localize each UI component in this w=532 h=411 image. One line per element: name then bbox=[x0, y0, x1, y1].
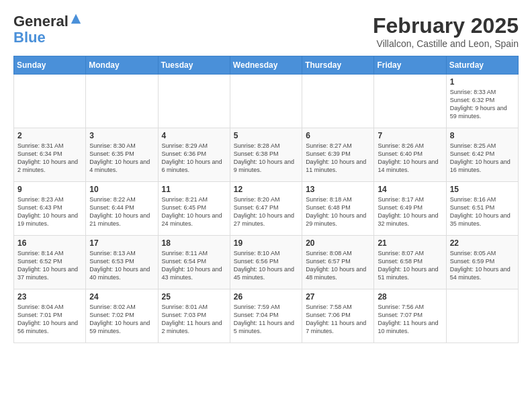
calendar-cell: 18Sunrise: 8:11 AM Sunset: 6:54 PM Dayli… bbox=[158, 236, 230, 289]
day-number: 6 bbox=[306, 131, 370, 140]
calendar-cell: 5Sunrise: 8:28 AM Sunset: 6:38 PM Daylig… bbox=[230, 128, 302, 182]
weekday-header-thursday: Thursday bbox=[302, 56, 374, 75]
calendar-cell: 25Sunrise: 8:01 AM Sunset: 7:03 PM Dayli… bbox=[158, 289, 230, 343]
calendar-cell: 16Sunrise: 8:14 AM Sunset: 6:52 PM Dayli… bbox=[14, 236, 86, 289]
day-number: 12 bbox=[234, 185, 298, 194]
day-info: Sunrise: 8:04 AM Sunset: 7:01 PM Dayligh… bbox=[17, 303, 82, 336]
calendar-cell: 2Sunrise: 8:31 AM Sunset: 6:34 PM Daylig… bbox=[14, 128, 86, 182]
day-info: Sunrise: 7:59 AM Sunset: 7:04 PM Dayligh… bbox=[234, 303, 298, 336]
calendar-week-row: 16Sunrise: 8:14 AM Sunset: 6:52 PM Dayli… bbox=[14, 236, 519, 289]
day-info: Sunrise: 8:16 AM Sunset: 6:51 PM Dayligh… bbox=[450, 195, 515, 228]
svg-marker-0 bbox=[71, 14, 81, 24]
day-info: Sunrise: 8:26 AM Sunset: 6:40 PM Dayligh… bbox=[378, 142, 442, 175]
day-number: 21 bbox=[378, 238, 442, 248]
day-info: Sunrise: 8:27 AM Sunset: 6:39 PM Dayligh… bbox=[306, 142, 370, 175]
day-number: 14 bbox=[378, 185, 442, 194]
day-info: Sunrise: 8:17 AM Sunset: 6:49 PM Dayligh… bbox=[378, 195, 442, 228]
logo-icon bbox=[70, 13, 82, 25]
calendar-cell: 8Sunrise: 8:25 AM Sunset: 6:42 PM Daylig… bbox=[446, 128, 518, 182]
day-info: Sunrise: 8:14 AM Sunset: 6:52 PM Dayligh… bbox=[17, 249, 82, 282]
day-info: Sunrise: 8:11 AM Sunset: 6:54 PM Dayligh… bbox=[162, 249, 226, 282]
weekday-header-wednesday: Wednesday bbox=[230, 56, 302, 75]
day-info: Sunrise: 8:30 AM Sunset: 6:35 PM Dayligh… bbox=[89, 142, 154, 175]
day-info: Sunrise: 8:07 AM Sunset: 6:58 PM Dayligh… bbox=[378, 249, 442, 282]
month-title: February 2025 bbox=[373, 13, 519, 38]
calendar-cell: 19Sunrise: 8:10 AM Sunset: 6:56 PM Dayli… bbox=[230, 236, 302, 289]
weekday-header-tuesday: Tuesday bbox=[158, 56, 230, 75]
day-info: Sunrise: 8:08 AM Sunset: 6:57 PM Dayligh… bbox=[306, 249, 370, 282]
day-number: 18 bbox=[162, 238, 226, 248]
day-info: Sunrise: 7:58 AM Sunset: 7:06 PM Dayligh… bbox=[306, 303, 370, 336]
day-number: 13 bbox=[306, 185, 370, 194]
day-number: 9 bbox=[17, 185, 82, 194]
day-number: 26 bbox=[234, 292, 298, 302]
day-number: 8 bbox=[450, 131, 515, 140]
day-number: 24 bbox=[89, 292, 154, 302]
calendar-cell: 15Sunrise: 8:16 AM Sunset: 6:51 PM Dayli… bbox=[446, 182, 518, 236]
day-info: Sunrise: 8:02 AM Sunset: 7:02 PM Dayligh… bbox=[89, 303, 154, 336]
day-info: Sunrise: 8:01 AM Sunset: 7:03 PM Dayligh… bbox=[162, 303, 226, 336]
calendar-cell: 7Sunrise: 8:26 AM Sunset: 6:40 PM Daylig… bbox=[374, 128, 446, 182]
calendar-cell: 23Sunrise: 8:04 AM Sunset: 7:01 PM Dayli… bbox=[14, 289, 86, 343]
day-number: 2 bbox=[17, 131, 82, 140]
day-number: 4 bbox=[162, 131, 226, 140]
day-number: 5 bbox=[234, 131, 298, 140]
logo-text-blue: Blue bbox=[13, 29, 46, 46]
day-info: Sunrise: 8:18 AM Sunset: 6:48 PM Dayligh… bbox=[306, 195, 370, 228]
calendar-cell: 13Sunrise: 8:18 AM Sunset: 6:48 PM Dayli… bbox=[302, 182, 374, 236]
calendar-week-row: 9Sunrise: 8:23 AM Sunset: 6:43 PM Daylig… bbox=[14, 182, 519, 236]
day-info: Sunrise: 8:23 AM Sunset: 6:43 PM Dayligh… bbox=[17, 195, 82, 228]
day-number: 23 bbox=[17, 292, 82, 302]
calendar-cell: 9Sunrise: 8:23 AM Sunset: 6:43 PM Daylig… bbox=[14, 182, 86, 236]
day-info: Sunrise: 8:13 AM Sunset: 6:53 PM Dayligh… bbox=[89, 249, 154, 282]
day-number: 3 bbox=[89, 131, 154, 140]
day-info: Sunrise: 8:29 AM Sunset: 6:36 PM Dayligh… bbox=[162, 142, 226, 175]
calendar-cell: 27Sunrise: 7:58 AM Sunset: 7:06 PM Dayli… bbox=[302, 289, 374, 343]
calendar-cell: 21Sunrise: 8:07 AM Sunset: 6:58 PM Dayli… bbox=[374, 236, 446, 289]
day-number: 7 bbox=[378, 131, 442, 140]
calendar-cell: 12Sunrise: 8:20 AM Sunset: 6:47 PM Dayli… bbox=[230, 182, 302, 236]
day-number: 19 bbox=[234, 238, 298, 248]
day-number: 15 bbox=[450, 185, 515, 194]
calendar-cell: 3Sunrise: 8:30 AM Sunset: 6:35 PM Daylig… bbox=[86, 128, 158, 182]
calendar-cell bbox=[374, 75, 446, 128]
calendar-cell bbox=[86, 75, 158, 128]
calendar-week-row: 2Sunrise: 8:31 AM Sunset: 6:34 PM Daylig… bbox=[14, 128, 519, 182]
calendar-week-row: 1Sunrise: 8:33 AM Sunset: 6:32 PM Daylig… bbox=[14, 75, 519, 128]
day-info: Sunrise: 8:25 AM Sunset: 6:42 PM Dayligh… bbox=[450, 142, 515, 175]
day-number: 27 bbox=[306, 292, 370, 302]
day-number: 1 bbox=[450, 77, 515, 87]
calendar-cell: 10Sunrise: 8:22 AM Sunset: 6:44 PM Dayli… bbox=[86, 182, 158, 236]
day-number: 22 bbox=[450, 238, 515, 248]
day-number: 16 bbox=[17, 238, 82, 248]
calendar-cell: 4Sunrise: 8:29 AM Sunset: 6:36 PM Daylig… bbox=[158, 128, 230, 182]
calendar-cell: 6Sunrise: 8:27 AM Sunset: 6:39 PM Daylig… bbox=[302, 128, 374, 182]
calendar-cell: 26Sunrise: 7:59 AM Sunset: 7:04 PM Dayli… bbox=[230, 289, 302, 343]
day-info: Sunrise: 8:28 AM Sunset: 6:38 PM Dayligh… bbox=[234, 142, 298, 175]
day-info: Sunrise: 8:21 AM Sunset: 6:45 PM Dayligh… bbox=[162, 195, 226, 228]
calendar-cell: 22Sunrise: 8:05 AM Sunset: 6:59 PM Dayli… bbox=[446, 236, 518, 289]
calendar-cell bbox=[14, 75, 86, 128]
calendar-cell: 1Sunrise: 8:33 AM Sunset: 6:32 PM Daylig… bbox=[446, 75, 518, 128]
calendar-cell: 20Sunrise: 8:08 AM Sunset: 6:57 PM Dayli… bbox=[302, 236, 374, 289]
day-info: Sunrise: 8:22 AM Sunset: 6:44 PM Dayligh… bbox=[89, 195, 154, 228]
calendar-cell: 24Sunrise: 8:02 AM Sunset: 7:02 PM Dayli… bbox=[86, 289, 158, 343]
calendar-cell bbox=[158, 75, 230, 128]
header: General Blue February 2025 Villalcon, Ca… bbox=[13, 13, 519, 49]
day-number: 20 bbox=[306, 238, 370, 248]
calendar-cell: 17Sunrise: 8:13 AM Sunset: 6:53 PM Dayli… bbox=[86, 236, 158, 289]
calendar-cell bbox=[302, 75, 374, 128]
weekday-header-row: SundayMondayTuesdayWednesdayThursdayFrid… bbox=[14, 56, 519, 75]
calendar-cell bbox=[446, 289, 518, 343]
day-info: Sunrise: 8:33 AM Sunset: 6:32 PM Dayligh… bbox=[450, 88, 515, 121]
day-info: Sunrise: 8:05 AM Sunset: 6:59 PM Dayligh… bbox=[450, 249, 515, 282]
logo: General Blue bbox=[13, 13, 82, 46]
day-info: Sunrise: 8:31 AM Sunset: 6:34 PM Dayligh… bbox=[17, 142, 82, 175]
calendar-week-row: 23Sunrise: 8:04 AM Sunset: 7:01 PM Dayli… bbox=[14, 289, 519, 343]
title-block: February 2025 Villalcon, Castille and Le… bbox=[373, 13, 519, 49]
day-info: Sunrise: 8:20 AM Sunset: 6:47 PM Dayligh… bbox=[234, 195, 298, 228]
weekday-header-monday: Monday bbox=[86, 56, 158, 75]
day-number: 25 bbox=[162, 292, 226, 302]
calendar-cell: 14Sunrise: 8:17 AM Sunset: 6:49 PM Dayli… bbox=[374, 182, 446, 236]
calendar-cell bbox=[230, 75, 302, 128]
